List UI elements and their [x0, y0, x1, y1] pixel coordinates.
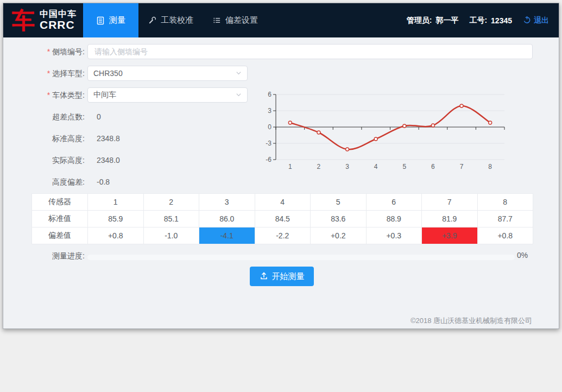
table-cell: 4: [255, 194, 311, 211]
progress-label: 测量进度:: [3, 251, 85, 260]
navbar: 车 中国中车 CRRC 测量 工装校准: [3, 3, 559, 37]
tab-label: 工装校准: [161, 15, 193, 26]
model-select[interactable]: CHR350: [87, 66, 248, 81]
required-mark: *: [47, 91, 50, 99]
table-cell: 81.9: [422, 211, 478, 227]
chevron-down-icon: [236, 69, 242, 78]
svg-text:4: 4: [374, 163, 378, 170]
start-measure-label: 开始测量: [272, 271, 305, 282]
crrc-logo-icon: 车: [12, 9, 35, 32]
row-header-cell: 标准值: [32, 211, 88, 227]
deviation-row: 偏差值+0.8-1.0-4.1-2.2+0.2+0.3+3.9+0.8: [32, 227, 533, 244]
table-cell: 8: [477, 194, 533, 211]
table-cell: 86.0: [199, 211, 255, 227]
row-header-cell: 传感器: [32, 194, 88, 211]
svg-text:5: 5: [402, 163, 406, 170]
table-cell: 85.9: [88, 211, 144, 227]
tab-label: 偏差设置: [225, 15, 258, 26]
standard-row: 标准值85.985.186.084.583.688.981.987.7: [32, 211, 533, 227]
wrench-icon: [148, 16, 156, 24]
stat-value: 2348.0: [97, 155, 120, 166]
deviation-chart: 630-3-612345678: [262, 88, 512, 175]
list-icon: [213, 16, 221, 24]
tab-label: 测量: [109, 15, 125, 26]
svg-text:2: 2: [317, 163, 321, 170]
svg-text:0: 0: [268, 123, 271, 131]
stat-label: 标准高度:: [3, 133, 85, 144]
side-wall-input[interactable]: [87, 44, 533, 59]
row-header-cell: 偏差值: [32, 227, 88, 244]
stat-value: 2348.8: [97, 133, 120, 144]
stat-label: 超差点数:: [3, 111, 85, 122]
stat-over-tolerance: 超差点数: 0: [3, 111, 85, 122]
power-icon: [523, 16, 531, 26]
table-cell: 87.7: [477, 211, 533, 227]
svg-text:8: 8: [488, 163, 492, 170]
body-type-label: *车体类型:: [3, 87, 85, 103]
table-cell: 84.5: [255, 211, 311, 227]
sensor-row: 传感器12345678: [32, 194, 533, 211]
stat-actual-height: 实际高度: 2348.0: [3, 155, 85, 166]
stat-height-deviation: 高度偏差: -0.8: [3, 176, 85, 187]
table-cell: 85.1: [143, 211, 199, 227]
copyright-text: ©2018 唐山沃德基业机械制造有限公司: [411, 316, 532, 326]
tab-deviation-settings[interactable]: 偏差设置: [203, 3, 268, 37]
admin-label: 管理员:: [407, 16, 432, 26]
table-cell: -2.2: [255, 227, 311, 244]
chevron-down-icon: [236, 91, 242, 99]
progress-bar: [87, 255, 515, 260]
table-cell: 5: [311, 194, 367, 211]
admin-name: 郭一平: [435, 16, 458, 26]
stat-value: -0.8: [97, 176, 110, 187]
body-type-select-value: 中间车: [93, 90, 116, 100]
tab-measure[interactable]: 测量: [83, 3, 138, 37]
svg-text:-3: -3: [266, 140, 271, 147]
table-cell: 3: [199, 194, 255, 211]
sensor-table: 传感器12345678标准值85.985.186.084.583.688.981…: [31, 193, 533, 244]
user-area: 管理员: 郭一平 工号: 12345 退出: [407, 3, 559, 37]
table-cell: 6: [366, 194, 422, 211]
upload-icon: [260, 271, 268, 282]
side-wall-label: *侧墙编号:: [3, 44, 85, 59]
app-window: 车 中国中车 CRRC 测量 工装校准: [3, 3, 559, 329]
progress-percent: 0%: [517, 251, 528, 260]
main-content: *侧墙编号: *选择车型: CHR350 *车体类型: 中间车 超差点数: 0: [3, 37, 559, 329]
start-measure-button[interactable]: 开始测量: [250, 267, 314, 286]
table-cell: +0.8: [88, 227, 144, 244]
worker-label: 工号:: [469, 16, 487, 26]
table-cell: 88.9: [366, 211, 422, 227]
svg-text:6: 6: [431, 163, 435, 170]
svg-text:6: 6: [268, 91, 271, 98]
table-cell: 83.6: [311, 211, 367, 227]
table-cell: -1.0: [143, 227, 199, 244]
svg-text:3: 3: [268, 107, 271, 115]
table-cell: +3.9: [422, 227, 478, 244]
svg-text:-6: -6: [266, 156, 271, 163]
model-select-value: CHR350: [93, 69, 123, 78]
table-cell: +0.2: [311, 227, 367, 244]
crrc-logo: 车 中国中车 CRRC: [3, 3, 83, 37]
table-cell: 2: [143, 194, 199, 211]
brand-en: CRRC: [40, 19, 77, 31]
stat-standard-height: 标准高度: 2348.8: [3, 133, 85, 144]
logout-button[interactable]: 退出: [523, 16, 549, 26]
svg-text:3: 3: [345, 163, 349, 170]
svg-text:7: 7: [460, 163, 464, 170]
stat-label: 高度偏差:: [3, 176, 85, 187]
model-label: *选择车型:: [3, 66, 85, 81]
stat-label: 实际高度:: [3, 155, 85, 166]
table-cell: +0.8: [477, 227, 533, 244]
required-mark: *: [47, 47, 50, 56]
table-cell: -4.1: [199, 227, 255, 244]
brand-cn: 中国中车: [40, 10, 77, 19]
body-type-select[interactable]: 中间车: [87, 87, 248, 103]
document-icon: [96, 16, 105, 25]
required-mark: *: [47, 69, 50, 78]
logout-label: 退出: [534, 16, 549, 26]
table-cell: 1: [88, 194, 144, 211]
table-cell: +0.3: [366, 227, 422, 244]
brand-text: 中国中车 CRRC: [40, 10, 77, 30]
tab-calibration[interactable]: 工装校准: [138, 3, 203, 37]
deviation-chart-svg: 630-3-612345678: [262, 88, 512, 175]
worker-id: 12345: [491, 16, 512, 25]
